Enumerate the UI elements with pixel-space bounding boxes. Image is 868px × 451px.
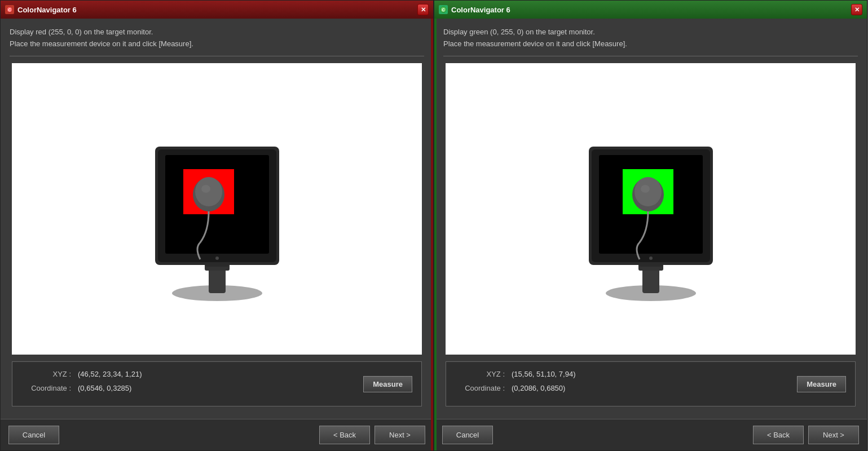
monitor-display-right [446, 63, 856, 355]
app-icon-right: C [439, 5, 448, 14]
xyz-row-left: XYZ : (46,52, 23,34, 1,21) [21, 370, 358, 378]
window-right: C ColorNavigator 6 ✕ Display green (0, 2… [434, 0, 867, 451]
monitor-svg-left [121, 107, 313, 310]
nav-right-right: < Back Next > [753, 426, 859, 444]
window-left: C ColorNavigator 6 ✕ Display red (255, 0… [0, 0, 434, 451]
bottom-bar-left: Cancel < Back Next > [1, 419, 433, 450]
cancel-button-left[interactable]: Cancel [8, 426, 59, 444]
title-bar-right: C ColorNavigator 6 ✕ [434, 1, 867, 19]
coord-row-right: Coordinate : (0,2086, 0,6850) [455, 384, 791, 392]
svg-rect-13 [206, 262, 228, 267]
measurement-box-right: XYZ : (15,56, 51,10, 7,94) Coordinate : … [446, 361, 856, 406]
svg-point-12 [215, 257, 219, 260]
xyz-value-left: (46,52, 23,34, 1,21) [78, 370, 142, 378]
instruction-line2-right: Place the measurement device on it and c… [443, 39, 627, 48]
divider-left [10, 56, 424, 56]
next-button-right[interactable]: Next > [808, 426, 859, 444]
back-button-left[interactable]: < Back [319, 426, 370, 444]
measurement-values-right: XYZ : (15,56, 51,10, 7,94) Coordinate : … [455, 370, 791, 398]
measure-button-left[interactable]: Measure [363, 376, 412, 392]
title-bar-left: C ColorNavigator 6 ✕ [1, 1, 433, 19]
close-button-left[interactable]: ✕ [417, 4, 429, 15]
monitor-display-left [12, 63, 422, 355]
coord-label-left: Coordinate : [21, 384, 78, 392]
close-button-right[interactable]: ✕ [851, 4, 862, 15]
instruction-right: Display green (0, 255, 0) on the target … [443, 26, 858, 50]
instruction-line1-left: Display red (255, 0, 0) on the target mo… [10, 28, 153, 36]
svg-text:C: C [8, 8, 11, 12]
coord-value-right: (0,2086, 0,6850) [512, 384, 565, 392]
cancel-button-right[interactable]: Cancel [442, 426, 493, 444]
svg-rect-27 [640, 262, 662, 267]
svg-point-11 [201, 185, 210, 193]
coord-value-left: (0,6546, 0,3285) [78, 384, 131, 392]
instruction-line2-left: Place the measurement device on it and c… [10, 39, 193, 48]
measurement-box-left: XYZ : (46,52, 23,34, 1,21) Coordinate : … [12, 361, 422, 406]
svg-point-26 [649, 257, 653, 260]
back-button-right[interactable]: < Back [753, 426, 804, 444]
measurement-values-left: XYZ : (46,52, 23,34, 1,21) Coordinate : … [21, 370, 358, 398]
svg-text:C: C [442, 8, 444, 12]
xyz-value-right: (15,56, 51,10, 7,94) [512, 370, 575, 378]
app-icon-left: C [5, 5, 14, 14]
monitor-svg-right [555, 107, 747, 310]
xyz-label-right: XYZ : [455, 370, 512, 378]
accent-strip-left [431, 19, 433, 450]
instruction-line1-right: Display green (0, 255, 0) on the target … [443, 28, 595, 36]
coord-label-right: Coordinate : [455, 384, 512, 392]
coord-row-left: Coordinate : (0,6546, 0,3285) [21, 384, 358, 392]
xyz-row-right: XYZ : (15,56, 51,10, 7,94) [455, 370, 791, 378]
title-bar-left-content: C ColorNavigator 6 [5, 5, 77, 14]
title-text-right: ColorNavigator 6 [451, 6, 510, 14]
content-right: Display green (0, 255, 0) on the target … [434, 19, 867, 419]
xyz-label-left: XYZ : [21, 370, 78, 378]
bottom-bar-right: Cancel < Back Next > [434, 419, 867, 450]
svg-point-25 [641, 185, 650, 193]
instruction-left: Display red (255, 0, 0) on the target mo… [10, 26, 424, 50]
nav-right-left: < Back Next > [319, 426, 425, 444]
title-text-left: ColorNavigator 6 [17, 6, 77, 14]
measure-button-right[interactable]: Measure [797, 376, 846, 392]
next-button-left[interactable]: Next > [374, 426, 425, 444]
divider-right [443, 56, 858, 56]
content-left: Display red (255, 0, 0) on the target mo… [1, 19, 433, 419]
accent-strip-right [434, 19, 437, 450]
title-bar-right-content: C ColorNavigator 6 [439, 5, 510, 14]
